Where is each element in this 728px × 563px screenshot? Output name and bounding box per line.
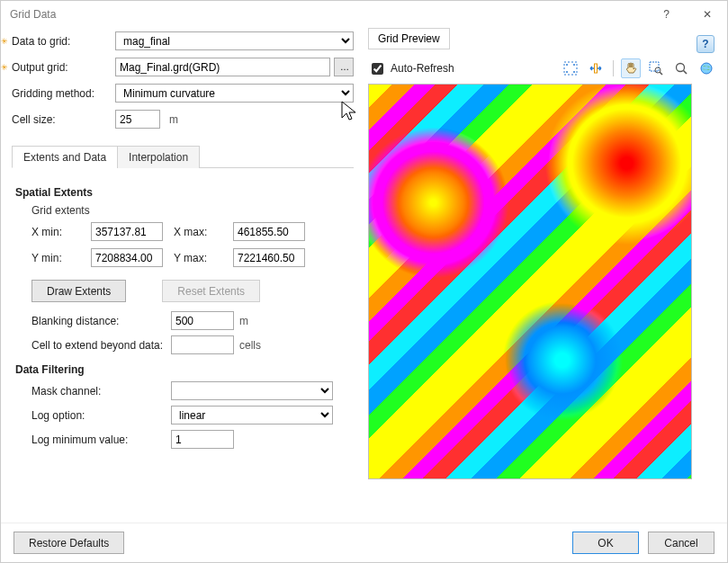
reset-extents-button: Reset Extents <box>162 280 260 302</box>
svg-line-8 <box>660 72 662 75</box>
gridding-method-select[interactable]: Minimum curvature <box>115 84 354 103</box>
cell-size-unit: m <box>169 113 178 126</box>
blanking-unit: m <box>239 315 248 327</box>
ymin-input[interactable] <box>91 248 163 267</box>
svg-line-10 <box>684 71 688 75</box>
grid-extents-label: Grid extents <box>31 204 350 217</box>
data-to-grid-select[interactable]: mag_final <box>115 31 354 50</box>
cell-size-input[interactable] <box>115 110 160 129</box>
output-grid-label: Output grid: <box>12 61 115 74</box>
draw-extents-button[interactable]: Draw Extents <box>31 280 126 302</box>
svg-point-9 <box>677 64 685 72</box>
pan-icon[interactable] <box>621 58 641 78</box>
titlebar: Grid Data ? ✕ <box>1 1 727 28</box>
ymin-label: Y min: <box>31 252 80 264</box>
restore-defaults-button[interactable]: Restore Defaults <box>13 532 124 554</box>
grid-preview-tab[interactable]: Grid Preview <box>368 28 450 49</box>
tab-interpolation[interactable]: Interpolation <box>117 146 200 168</box>
blanking-distance-input[interactable] <box>171 311 234 330</box>
ok-button[interactable]: OK <box>572 532 639 554</box>
svg-point-3 <box>566 71 568 73</box>
output-grid-input[interactable] <box>115 58 330 76</box>
svg-rect-6 <box>650 62 659 71</box>
svg-point-2 <box>573 64 575 66</box>
xmin-input[interactable] <box>91 222 163 241</box>
browse-button[interactable]: … <box>334 58 354 76</box>
blanking-distance-label: Blanking distance: <box>31 315 171 327</box>
grid-preview-image <box>368 84 692 479</box>
cells-extend-input[interactable] <box>171 335 234 354</box>
cell-size-label: Cell size: <box>12 113 115 126</box>
svg-point-11 <box>701 63 712 74</box>
xmax-input[interactable] <box>233 222 305 241</box>
log-option-label: Log option: <box>31 409 171 422</box>
auto-refresh-checkbox[interactable] <box>372 63 383 75</box>
close-button[interactable]: ✕ <box>687 1 727 28</box>
grid-data-dialog: Grid Data ? ✕ ? Data to grid: mag_final … <box>0 0 728 563</box>
svg-rect-0 <box>564 62 577 75</box>
full-extent-icon[interactable] <box>561 58 580 78</box>
svg-point-1 <box>566 64 568 66</box>
toolbar-separator <box>613 60 614 76</box>
zoom-icon[interactable] <box>671 58 691 78</box>
mask-channel-select[interactable] <box>171 381 333 400</box>
auto-refresh-label: Auto-Refresh <box>391 62 454 75</box>
ymax-label: Y max: <box>174 252 222 264</box>
xmin-label: X min: <box>31 226 80 238</box>
log-min-label: Log minimum value: <box>31 433 171 446</box>
cells-extend-label: Cell to extend beyond data: <box>31 339 171 352</box>
gridding-method-label: Gridding method: <box>12 87 115 100</box>
tab-extents-body: Spatial Extents Grid extents X min: X ma… <box>12 168 354 515</box>
mask-channel-label: Mask channel: <box>31 385 171 398</box>
data-filtering-heading: Data Filtering <box>15 363 350 376</box>
tab-extents[interactable]: Extents and Data <box>12 146 118 168</box>
cells-extend-unit: cells <box>239 339 261 352</box>
zoom-box-icon[interactable] <box>646 58 666 78</box>
dialog-footer: Restore Defaults OK Cancel <box>1 523 727 562</box>
window-title: Grid Data <box>10 8 646 21</box>
data-to-grid-label: Data to grid: <box>12 35 115 48</box>
svg-rect-5 <box>595 64 598 73</box>
log-min-input[interactable] <box>171 430 234 449</box>
left-panel: Data to grid: mag_final Output grid: … G… <box>12 28 354 515</box>
auto-refresh-control[interactable]: Auto-Refresh <box>368 60 454 77</box>
preview-toolbar <box>561 58 716 78</box>
right-panel: Grid Preview Auto-Refresh <box>368 28 716 515</box>
globe-icon[interactable] <box>697 58 716 78</box>
svg-point-4 <box>573 71 575 73</box>
log-option-select[interactable]: linear <box>171 406 333 424</box>
help-titlebar-button[interactable]: ? <box>646 1 687 28</box>
xmax-label: X max: <box>174 226 222 238</box>
ymax-input[interactable] <box>233 248 305 267</box>
resize-icon[interactable] <box>586 58 606 78</box>
tab-strip: Extents and Data Interpolation <box>12 145 354 168</box>
spatial-extents-heading: Spatial Extents <box>15 186 350 199</box>
cancel-button[interactable]: Cancel <box>648 532 715 554</box>
help-icon[interactable]: ? <box>697 35 715 53</box>
